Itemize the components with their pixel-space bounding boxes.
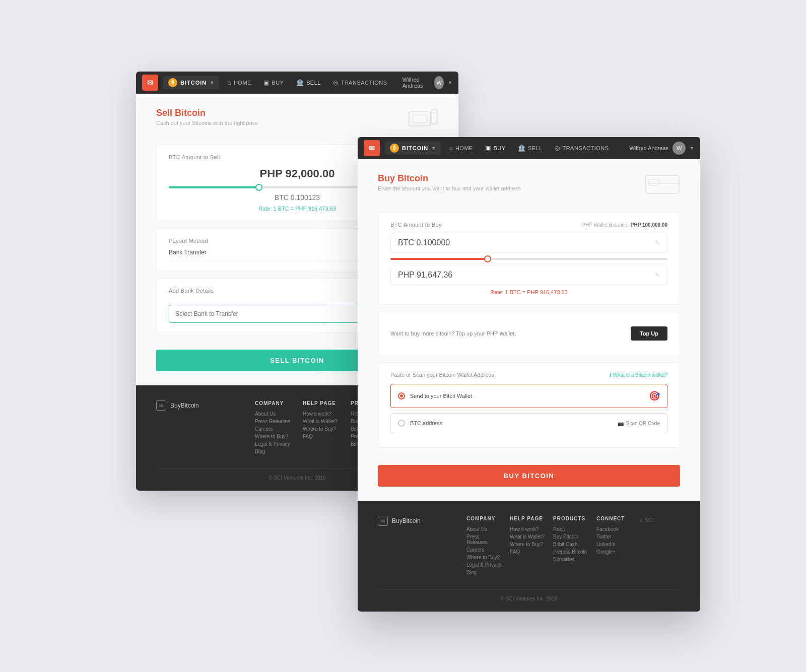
buy-topup-button[interactable]: Top Up <box>631 326 667 341</box>
buy-footer-blog[interactable]: Blog <box>466 570 502 575</box>
buy-page-subtitle: Enter the amount you want to buy and you… <box>378 185 521 191</box>
buy-page-title: Buy Bitcoin <box>378 173 521 184</box>
buy-footer-rebit[interactable]: Rebit <box>553 526 588 532</box>
nav-buy-sell[interactable]: ▣ BUY <box>258 77 289 89</box>
buy-footer-legal[interactable]: Legal & Privacy <box>466 562 502 568</box>
buy-footer-buybitcoin[interactable]: Buy Bitcoin <box>553 534 588 540</box>
sell-footer-brand-text: BuyBitcoin <box>170 402 199 409</box>
buy-wallet-option2-text: BTC address <box>410 420 613 426</box>
sell-page-header: Sell Bitcoin Cash out your Bitcoins with… <box>156 108 438 132</box>
buy-footer-where[interactable]: Where to Buy? <box>466 555 502 560</box>
camera-icon: 📷 <box>618 421 624 426</box>
buy-footer-gp[interactable]: Google+ <box>596 549 632 555</box>
nav-home-buy[interactable]: ⌂ HOME <box>444 142 478 154</box>
buy-footer-what-wallet[interactable]: What is Wallet? <box>510 534 545 540</box>
buy-footer-how[interactable]: How it work? <box>510 526 545 532</box>
buy-footer-li[interactable]: LinkedIn <box>596 542 632 547</box>
nav-transactions-buy[interactable]: ◎ TRANSACTIONS <box>550 142 614 154</box>
buy-footer-faq[interactable]: FAQ <box>510 549 545 555</box>
buy-header-icon <box>645 173 680 200</box>
sell-username: Wilfred Andreas <box>402 77 431 89</box>
buy-scan-qr[interactable]: Scan QR Code <box>626 421 660 426</box>
buy-footer-careers[interactable]: Careers <box>466 547 502 553</box>
sell-logo-box: ✉ <box>142 75 158 91</box>
brand-text: BITCOIN <box>180 80 207 86</box>
buy-content: Buy Bitcoin Enter the amount you want to… <box>358 159 700 501</box>
buy-php-input-row: PHP 91,647.36 ✎ <box>390 265 667 285</box>
buy-php-balance: PHP 100,000.00 <box>631 222 667 228</box>
nav-transactions-sell[interactable]: ◎ TRANSACTIONS <box>328 77 392 89</box>
nav-sell-buy[interactable]: 🏦 SELL <box>513 142 548 154</box>
buy-what-is-wallet[interactable]: ℹ What is a Bitcoin wallet? <box>610 372 667 378</box>
buy-topup-row: Want to buy more bitcoin? Top up your PH… <box>390 321 667 346</box>
buy-footer-sci: ≡ SCI <box>640 516 680 577</box>
buy-php-balance-row: PHP Wallet Balance: PHP 100,000.00 <box>582 222 667 228</box>
buy-transactions-icon: ◎ <box>555 145 560 152</box>
sell-navbar: ✉ ₿ BITCOIN ▼ ⌂ HOME ▣ BUY 🏦 SELL <box>136 72 458 94</box>
buy-brand-text: BITCOIN <box>402 145 428 151</box>
buy-php-balance-label: PHP Wallet Balance: <box>582 222 629 228</box>
buy-footer-fb[interactable]: Facebook <box>596 526 632 532</box>
buy-slider[interactable] <box>390 258 667 260</box>
sell-footer-brand-col: ✉ BuyBitcoin <box>156 400 247 456</box>
buy-wallet-radio2 <box>398 420 405 427</box>
sell-user-avatar: W <box>434 76 444 89</box>
sell-footer-brand: ✉ BuyBitcoin <box>156 400 247 411</box>
buy-wallet-option1[interactable]: Send to your Bitbit Wallet 🎯 <box>390 384 667 408</box>
buy-wallet-header: Paste or Scan your Bitcoin Wallet Addres… <box>390 372 667 378</box>
buy-brand-caret-icon: ▼ <box>431 146 436 151</box>
sell-header-icon <box>408 108 438 132</box>
buy-php-edit-icon[interactable]: ✎ <box>655 272 660 279</box>
sell-footer-how[interactable]: How it work? <box>303 411 343 417</box>
buy-footer-tw[interactable]: Twitter <box>596 534 632 540</box>
sell-footer-legal[interactable]: Legal & Privacy <box>255 441 295 447</box>
buy-footer-products: PRODUCTS Rebit Buy Bitcoin Bitbit Cash P… <box>553 516 588 577</box>
buy-wallet-option2[interactable]: BTC address 📷 Scan QR Code <box>390 413 667 433</box>
buy-btc-header-row: BTC Amount to Buy PHP Wallet Balance: PH… <box>390 222 667 233</box>
sell-footer-about[interactable]: About Us <box>255 411 295 417</box>
buy-btc-edit-icon[interactable]: ✎ <box>655 239 660 246</box>
sell-footer-blog[interactable]: Blog <box>255 449 295 454</box>
nav-home-sell[interactable]: ⌂ HOME <box>222 77 256 89</box>
buy-footer-press[interactable]: Press Releases <box>466 534 502 545</box>
buy-window: ✉ ₿ BITCOIN ▼ ⌂ HOME ▣ BUY 🏦 SELL <box>358 137 700 612</box>
svg-rect-2 <box>431 110 437 124</box>
buy-btc-label: BTC Amount to Buy <box>390 222 442 228</box>
buy-footer-bitmarket[interactable]: Bitmarket <box>553 557 588 562</box>
buy-logo-icon: ✉ <box>369 144 375 152</box>
sell-logo-icon: ✉ <box>147 79 153 87</box>
sell-footer-company: COMPANY About Us Press Releases Careers … <box>255 400 295 456</box>
buy-buy-icon: ▣ <box>485 145 491 152</box>
buy-btc-input-row: BTC 0.100000 ✎ <box>390 233 667 253</box>
sell-footer-faq[interactable]: FAQ <box>303 434 343 439</box>
buy-footer-brand-col: ✉ BuyBitcoin <box>378 516 458 577</box>
buy-navbar: ✉ ₿ BITCOIN ▼ ⌂ HOME ▣ BUY 🏦 SELL <box>358 137 700 159</box>
screenshot-container: ✉ ₿ BITCOIN ▼ ⌂ HOME ▣ BUY 🏦 SELL <box>136 72 670 600</box>
buy-home-icon: ⌂ <box>449 145 453 152</box>
buy-button[interactable]: BUY BITCOIN <box>378 465 680 487</box>
buy-footer-about[interactable]: About Us <box>466 526 502 532</box>
buy-user-area[interactable]: Wilfred Andreas W ▼ <box>629 142 694 155</box>
buy-footer-bitbit[interactable]: Bitbit Cash <box>553 542 588 547</box>
sell-footer-company-title: COMPANY <box>255 400 295 406</box>
sell-slider-thumb[interactable] <box>255 184 262 191</box>
sell-footer-where2[interactable]: Where to Buy? <box>303 426 343 432</box>
sell-footer-careers[interactable]: Careers <box>255 426 295 432</box>
bitcoin-circle-icon: ₿ <box>168 78 177 87</box>
sell-copyright: © SCI Ventures Inc. 2016 <box>269 475 326 481</box>
sell-footer-press[interactable]: Press Releases <box>255 419 295 424</box>
buy-slider-thumb[interactable] <box>484 255 491 262</box>
nav-sell-sell[interactable]: 🏦 SELL <box>291 77 326 89</box>
nav-buy-buy[interactable]: ▣ BUY <box>480 142 511 154</box>
sell-footer-what-wallet[interactable]: What is Wallet? <box>303 419 343 424</box>
sell-footer-where[interactable]: Where to Buy? <box>255 434 295 439</box>
sell-brand[interactable]: ₿ BITCOIN ▼ <box>163 76 219 89</box>
sell-user-area[interactable]: Wilfred Andreas W ▼ <box>402 76 452 89</box>
buy-bitcoin-circle-icon: ₿ <box>390 144 399 153</box>
buy-footer-prepaid[interactable]: Prepaid Bitcoin <box>553 549 588 555</box>
buy-wallet-icon: 🎯 <box>649 390 660 401</box>
home-icon: ⌂ <box>227 79 231 86</box>
buy-page-header: Buy Bitcoin Enter the amount you want to… <box>378 173 680 200</box>
buy-footer-where2[interactable]: Where to Buy? <box>510 542 545 547</box>
buy-brand[interactable]: ₿ BITCOIN ▼ <box>385 142 441 155</box>
